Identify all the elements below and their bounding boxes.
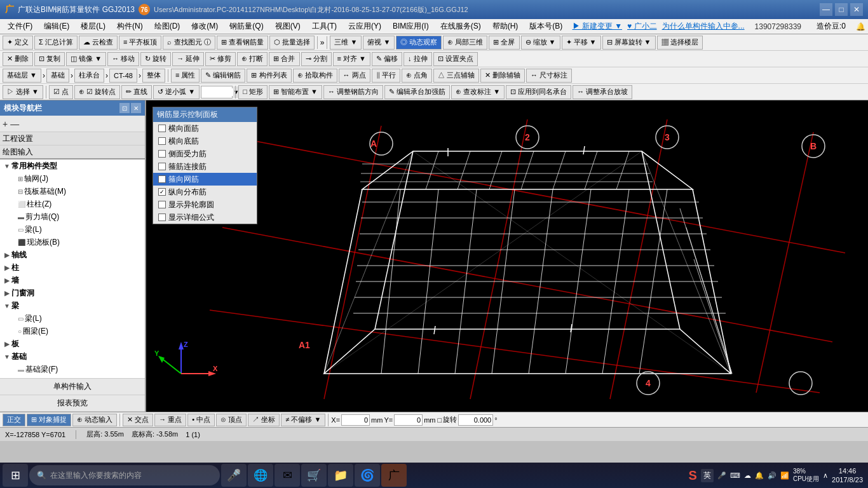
apply-same-cap-button[interactable]: ⊡ 应用到同名承台 — [506, 85, 571, 99]
find-element-button[interactable]: ⌕ 查找图元 ⓘ — [163, 36, 215, 50]
line-button[interactable]: ✏ 直线 — [121, 85, 152, 99]
screen-rotate-button[interactable]: ⊟ 屏幕旋转 ▼ — [602, 36, 656, 50]
popup-item-horizontal-top[interactable]: 横向面筋 — [153, 122, 257, 135]
popup-item-side-force[interactable]: 侧面受力筋 — [153, 147, 257, 160]
point-angle-button[interactable]: ⊕ 点角 — [402, 69, 432, 83]
more-icon[interactable]: » — [320, 38, 325, 47]
menu-bim[interactable]: BIM应用(I) — [388, 20, 434, 33]
breadcrumb-ct48[interactable]: CT-48 — [109, 69, 137, 83]
parallel-button[interactable]: ‖ 平行 — [372, 69, 400, 83]
x-input[interactable] — [341, 414, 370, 426]
sidebar-collapse-button[interactable]: — — [10, 119, 19, 129]
tree-item-slab[interactable]: ⬛ 现浇板(B) — [0, 236, 145, 248]
property-button[interactable]: ≡ 属性 — [171, 69, 200, 83]
tree-item-found-beam[interactable]: ▬ 基础梁(F) — [0, 363, 145, 376]
tree-item-column[interactable]: ⬜ 柱柱(Z) — [0, 198, 145, 210]
vertex-button[interactable]: ⊙ 顶点 — [216, 414, 247, 426]
nav-item-draw[interactable]: 绘图输入 — [0, 146, 145, 158]
bell-icon[interactable]: 🔔 — [856, 22, 865, 31]
extend-button[interactable]: → 延伸 — [172, 52, 204, 66]
mirror-button[interactable]: ◫ 镜像 ▼ — [66, 52, 106, 66]
checkbox-horizontal-top[interactable] — [158, 125, 166, 132]
point-mode-button[interactable]: ☑ 点 — [49, 85, 73, 99]
taskbar-search-box[interactable]: 🔍 在这里输入你要搜索的内容 — [29, 465, 220, 485]
menu-edit[interactable]: 编辑(E) — [39, 20, 74, 33]
tree-item-axis[interactable]: ⊞ 轴网(J) — [0, 172, 145, 185]
minimize-button[interactable]: — — [820, 3, 832, 16]
nav-item-project[interactable]: 工程设置 — [0, 132, 145, 145]
tree-group-wall[interactable]: ▶ 墙 — [0, 274, 145, 287]
coord-button[interactable]: ↗ 坐标 — [248, 414, 280, 426]
popup-item-show-formula[interactable]: 显示详细公式 — [153, 211, 257, 224]
fullscreen-button[interactable]: ⊞ 全屏 — [489, 36, 519, 50]
pan-button[interactable]: ✦ 平移 ▼ — [562, 36, 601, 50]
menu-help[interactable]: 帮助(H) — [487, 20, 524, 33]
taskbar-app5-button[interactable]: 🌀 — [355, 464, 380, 487]
popup-item-stirrup-connect[interactable]: 箍筋连接筋 — [153, 160, 257, 173]
tree-group-beam[interactable]: ▼ 梁 — [0, 299, 145, 312]
copy-button[interactable]: ⊡ 复制 — [34, 52, 65, 66]
menu-tools[interactable]: 工具(T) — [307, 20, 342, 33]
tree-item-shear-wall[interactable]: ▬ 剪力墙(Q) — [0, 210, 145, 223]
sidebar-add-button[interactable]: + — [3, 119, 8, 129]
tree-item-beam[interactable]: ▭ 梁(L) — [0, 223, 145, 236]
rotate-input[interactable] — [458, 414, 493, 426]
checkbox-horizontal-bottom[interactable] — [158, 137, 166, 145]
delete-axis-button[interactable]: ✕ 删除辅轴 — [480, 69, 525, 83]
arc-input[interactable] — [201, 88, 233, 96]
menu-cloud[interactable]: 云应用(Y) — [343, 20, 386, 33]
merge-button[interactable]: ⊞ 合并 — [269, 52, 299, 66]
restore-button[interactable]: □ — [835, 3, 848, 16]
start-button[interactable]: ⊞ — [3, 464, 28, 487]
arc-combo[interactable]: ▼ — [201, 86, 233, 98]
select-floor-button[interactable]: ▦ 选择楼层 — [657, 36, 703, 50]
menu-file[interactable]: 文件(F) — [3, 20, 37, 33]
menu-floor[interactable]: 楼层(L) — [76, 20, 111, 33]
popup-header[interactable]: 钢筋显示控制面板 — [153, 107, 257, 122]
edit-cap-reinforce-button[interactable]: ✎ 编辑承台加强筋 — [384, 85, 450, 99]
3d-button[interactable]: 三维 ▼ — [330, 36, 362, 50]
offset-button[interactable]: ✎ 偏移 — [372, 52, 402, 66]
taskbar-mic-button[interactable]: 🎤 — [221, 464, 247, 487]
checkbox-hoop-mesh[interactable]: ✓ — [158, 175, 166, 183]
zoom-button[interactable]: ⊖ 缩放 ▼ — [521, 36, 560, 50]
tree-group-door-window[interactable]: ▶ 门窗洞 — [0, 287, 145, 299]
taskbar-ggj-button[interactable]: 广 — [381, 464, 407, 487]
delete-button[interactable]: ✕ 删除 — [3, 52, 33, 66]
top-view-button[interactable]: 俯视 ▼ — [363, 36, 395, 50]
breadcrumb-floor[interactable]: 基础层 ▼ — [3, 69, 41, 83]
sidebar-close-button[interactable]: ✕ — [131, 103, 141, 113]
brand-link[interactable]: ♥ 广小二 — [627, 21, 656, 32]
trim-button[interactable]: ✂ 修剪 — [205, 52, 236, 66]
checkbox-side-force[interactable] — [158, 150, 166, 158]
breadcrumb-whole[interactable]: 整体 — [142, 69, 165, 83]
tree-item-ring-beam[interactable]: ○ 圈梁(E) — [0, 325, 145, 337]
menu-view[interactable]: 视图(V) — [270, 20, 306, 33]
sidebar-float-button[interactable]: ⊡ — [119, 103, 130, 113]
checkbox-longitudinal[interactable]: ✓ — [158, 188, 166, 196]
move-button[interactable]: ↔ 移动 — [107, 52, 139, 66]
dimension-button[interactable]: ↔ 尺寸标注 — [526, 69, 572, 83]
stretch-button[interactable]: ↓ 拉伸 — [403, 52, 432, 66]
level-slab-button[interactable]: ≡ 平齐板顶 — [119, 36, 161, 50]
menu-component[interactable]: 构件(N) — [112, 20, 148, 33]
tree-group-foundation[interactable]: ▼ 基础 — [0, 350, 145, 363]
canvas-area[interactable]: A 2 3 B 4 A1 Z Y — [146, 100, 868, 412]
nav-draw-input[interactable]: 绘图输入 — [0, 146, 145, 159]
checkbox-show-formula[interactable] — [158, 214, 166, 221]
nav-project-settings[interactable]: 工程设置 — [0, 132, 145, 146]
taskbar-store-button[interactable]: 🛒 — [301, 464, 327, 487]
new-change-link[interactable]: ▶ 新建变更 ▼ — [573, 21, 623, 32]
y-input[interactable] — [394, 414, 423, 426]
popup-item-show-contour[interactable]: 显示异轮廓圆 — [153, 198, 257, 211]
no-offset-button[interactable]: ≠ 不偏移 ▼ — [281, 414, 325, 426]
two-point-button[interactable]: ↔ 两点 — [339, 69, 370, 83]
dynamic-input-button[interactable]: ⊕ 动态输入 — [72, 414, 117, 426]
popup-item-longitudinal[interactable]: ✓ 纵向分布筋 — [153, 186, 257, 198]
smart-layout-button[interactable]: ⊞ 智能布置 ▼ — [269, 85, 322, 99]
cloud-check-button[interactable]: ☁ 云检查 — [79, 36, 118, 50]
intersection-button[interactable]: ✕ 交点 — [123, 414, 153, 426]
define-button[interactable]: ✦ 定义 — [3, 36, 33, 50]
local-3d-button[interactable]: ⊕ 局部三维 — [443, 36, 487, 50]
popup-item-hoop-mesh[interactable]: ✓ 箍向网筋 — [153, 173, 257, 186]
